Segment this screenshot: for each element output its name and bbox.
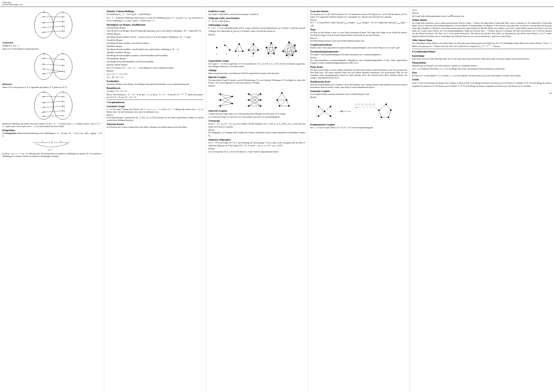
svg-point-38 <box>62 65 63 66</box>
svg-line-104 <box>249 50 253 54</box>
svg-line-188 <box>282 93 287 100</box>
svg-line-151 <box>220 94 232 104</box>
identitaet-title: Identität, Umkehrabbildung <box>107 10 203 13</box>
hinweis-grad: Hinweis:Sei G = (V, E) gerichteter Graph… <box>310 19 407 27</box>
hinweis-zk: Hinweis:Die Äquivalenzklassen (zusammenh… <box>310 56 407 64</box>
komposition-law: Es gilt (h ∘ g) ∘ f = h ∘ (g ∘ f). Außer… <box>2 152 102 158</box>
isomorphic-svg: v 1 2 3 4 φ v 1 2 3 4 5 φ(v) <box>315 99 403 122</box>
col3: Endlicher Graph Ein Graph G heißt endlic… <box>206 7 308 392</box>
svg-text:b: b <box>42 63 43 65</box>
svg-text:a: a <box>42 16 43 18</box>
svg-line-191 <box>279 100 287 106</box>
bipartite-svg: 1 2 3 1 2 <box>213 88 301 108</box>
beispielbeweis-beweis: Beweis. Wir betrachten f : ℕ → ℕ × ℕ mit… <box>107 93 203 98</box>
svg-text:5: 5 <box>270 55 271 57</box>
ueberabzaehlbare-text: Eine Menge M heißt überabzählbar, wenn M… <box>107 60 203 63</box>
svg-line-45 <box>44 71 62 74</box>
svg-point-54 <box>43 107 44 108</box>
zusammenhangskomponente-text: Ein Graph G heißt zusammenhängend wenn j… <box>310 53 407 56</box>
svg-point-64 <box>62 106 63 107</box>
bipartite-diagram: 1 2 3 1 2 <box>208 88 305 108</box>
svg-line-143 <box>283 51 287 56</box>
vollst-binaer-title: Vollst. binärer Baum <box>412 39 552 42</box>
svg-text:C: C <box>69 141 70 144</box>
svg-text:3: 3 <box>389 118 390 120</box>
grad-text: Der Ausgrad von v ist die Zahl der Kante… <box>310 13 407 18</box>
svg-text:2: 2 <box>262 99 263 101</box>
beispielbeweis-zeigen: Zu zeigen: |ℕ| = |ℕ × ℕ| <box>107 90 203 92</box>
svg-text:4: 4 <box>369 103 370 105</box>
section-divider <box>107 99 203 100</box>
svg-point-12 <box>62 16 63 17</box>
svg-line-118 <box>266 48 274 54</box>
col4: Grad eines Knoten Der Ausgrad von v ist … <box>308 7 410 392</box>
adjazente-title: Adjazente Knoten <box>107 123 203 125</box>
svg-point-10 <box>43 32 44 33</box>
euler-text1: G heißt eulerscher Graph, falls es in G … <box>208 112 305 115</box>
k-graphs-svg: 1 2 3 <box>212 37 302 58</box>
svg-text:4: 4 <box>252 55 253 57</box>
svg-text:g: g <box>60 140 61 142</box>
svg-text:h: h <box>64 110 65 112</box>
svg-text:v: v <box>355 103 356 105</box>
pfade-text: Als Pfad werden Wege in einem Graphen be… <box>310 69 407 79</box>
svg-text:g ∘ f: g ∘ f <box>48 149 53 151</box>
endliche-title: Endliche Mengen: <box>107 33 203 35</box>
isomorphic-diagram: v 1 2 3 4 φ v 1 2 3 4 5 φ(v) <box>310 99 407 122</box>
svg-text:1: 1 <box>218 93 219 95</box>
abzaehlbare-title: Abzählbare Mengen: <box>107 45 203 48</box>
schnitt-title: Schnitt <box>412 78 552 81</box>
svg-point-8 <box>43 27 44 28</box>
svg-point-24 <box>34 54 53 80</box>
beispiel-label4: Beispiel: <box>310 96 407 98</box>
svg-text:c: c <box>42 106 43 109</box>
svg-point-34 <box>43 73 44 74</box>
surjektivity-svg2: X Y a b c d e f g <box>31 51 73 82</box>
svg-point-28 <box>43 58 44 59</box>
svg-line-153 <box>220 100 232 104</box>
svg-text:2: 2 <box>316 115 317 117</box>
endlicher-text: Ein Graph G heißt endlich, wenn die Knot… <box>208 13 305 16</box>
svg-point-56 <box>43 112 44 112</box>
von-g: von G. <box>412 9 552 11</box>
svg-text:2: 2 <box>392 109 393 111</box>
kardinalitaet-text: Anzahl der Elemente einer Menge. Zwei Me… <box>107 83 203 85</box>
hamilton-title: Hamiltonscher Kreis <box>310 81 407 83</box>
svg-text:a: a <box>42 96 43 98</box>
svg-line-23 <box>44 31 62 32</box>
svg-point-60 <box>62 96 63 97</box>
svg-text:B: B <box>51 141 52 144</box>
svg-text:φ: φ <box>341 109 343 112</box>
kardinalitaet-title: Kardinalität <box>107 80 203 83</box>
svg-text:g: g <box>64 25 65 28</box>
svg-text:d: d <box>42 111 43 113</box>
hinweis-title5: Hinweis: <box>412 12 552 14</box>
composition-svg: A B C f g g ∘ f <box>28 138 76 151</box>
svg-text:3: 3 <box>331 105 332 107</box>
waelder-text: Ein Graph heißt zyklenfrei, wenn er kein… <box>412 22 552 37</box>
schlinge-text: Kante mit gleichem Start- und Endknoten.… <box>208 72 305 75</box>
graphen-section: 6 Graphenalgorithmen <box>412 50 552 53</box>
svg-text:1: 1 <box>359 103 360 105</box>
svg-text:v: v <box>324 113 325 115</box>
svg-text:e: e <box>64 59 65 61</box>
graphzusammenhang-text: Knoten u und v eines ungerichteten Graph… <box>310 46 407 49</box>
kantenlaenge-text: Jeder Kante wird eine reelle Zahl zugeor… <box>412 58 552 60</box>
graphentheorie-section: 5 Graphentheorie <box>107 101 203 104</box>
svg-line-190 <box>277 100 279 106</box>
surjektivity-svg: X Y a b c d e f <box>31 10 73 41</box>
svg-line-42 <box>44 58 62 59</box>
unendliche-title: Unendliche Mengen: <box>107 39 203 42</box>
svg-line-200 <box>319 111 325 116</box>
svg-text:a: a <box>42 57 43 59</box>
beispielbeweis-title: Beispielbeweis <box>107 87 203 89</box>
svg-text:2: 2 <box>226 53 227 55</box>
svg-line-74 <box>44 116 62 116</box>
svg-text:2: 2 <box>363 106 364 108</box>
svg-text:d: d <box>42 31 43 33</box>
induzierte-text: Sei G = (V, E) ein Graph. Ist V' ⊆ V ein… <box>208 141 305 147</box>
gerichteter-title: Gerichteter Graph <box>107 105 203 108</box>
kantenlaenge-title: Kantenlänge <box>412 55 552 57</box>
svg-text:2: 2 <box>218 99 219 101</box>
komplementaere-title: Komplementäre Graphen <box>310 124 407 126</box>
